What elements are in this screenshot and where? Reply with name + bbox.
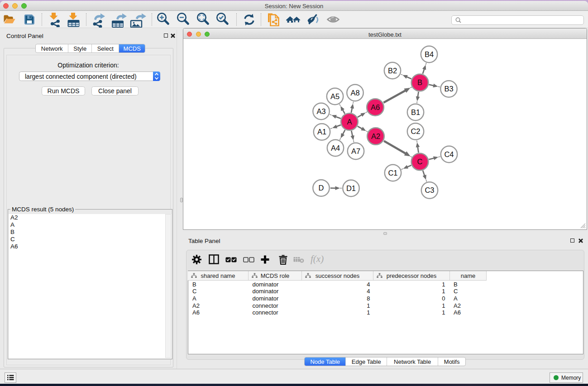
svg-text:B: B (417, 78, 422, 86)
svg-text:D1: D1 (346, 184, 356, 192)
svg-text:C3: C3 (425, 186, 434, 194)
svg-text:A6: A6 (371, 103, 380, 111)
svg-text:B4: B4 (425, 50, 434, 58)
svg-text:A: A (347, 118, 352, 126)
svg-text:C2: C2 (411, 127, 420, 135)
svg-text:A5: A5 (330, 92, 339, 100)
svg-text:A3: A3 (316, 107, 325, 115)
svg-text:A1: A1 (317, 128, 326, 136)
svg-text:A4: A4 (331, 144, 340, 152)
svg-text:C4: C4 (444, 150, 454, 158)
svg-text:B3: B3 (444, 85, 453, 93)
svg-text:A2: A2 (371, 132, 380, 140)
svg-text:C1: C1 (388, 169, 397, 177)
svg-text:A7: A7 (351, 147, 360, 155)
svg-text:B1: B1 (411, 108, 420, 116)
svg-text:D: D (319, 184, 324, 192)
svg-text:C: C (417, 157, 423, 166)
svg-text:B2: B2 (388, 67, 397, 75)
svg-text:A8: A8 (350, 89, 359, 97)
